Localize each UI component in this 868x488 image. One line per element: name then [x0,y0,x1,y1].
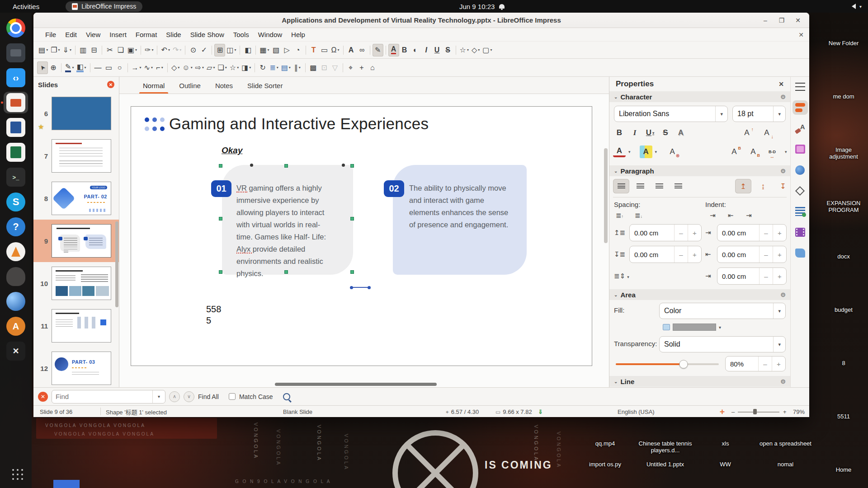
close-button[interactable]: ✕ [792,14,804,26]
card-text-2[interactable]: The ability to physically move and inter… [409,182,516,231]
align-right-button[interactable] [651,179,667,193]
text-shadow-button[interactable]: A [675,127,687,139]
zoom-slider-knob[interactable] [753,409,757,414]
toolbar-button-special-character[interactable]: Ω ▾ [330,44,341,56]
zoom-level[interactable]: 79% [793,408,805,415]
toolbar-button[interactable]: ▾ [456,46,456,55]
font-color-button[interactable]: A [613,146,626,157]
dock-item-libreoffice-calc[interactable] [4,141,28,163]
search-input[interactable] [52,390,152,403]
adjust-point[interactable] [342,164,345,167]
menu-item[interactable]: Window [254,29,287,40]
toolbar-button-rotate[interactable]: ↻ ▾ [257,61,268,74]
transparency-type-select[interactable]: Solid ▾ [659,336,786,352]
minimize-button[interactable]: – [760,14,771,26]
card-number-chip-1[interactable]: 01 [211,180,231,197]
indent-after-value[interactable]: 0.00 cm [717,251,759,258]
clock-menu[interactable]: Jun 9 10:23 [459,3,505,10]
desktop-icon[interactable]: import os.py [578,439,632,468]
slide-thumbnail[interactable]: 8 PART- 02 YOUR LOGO ★ [33,177,119,220]
toolbar-button[interactable]: ▾ [127,63,128,72]
valign-center-button[interactable]: ↨ [755,179,771,193]
section-area[interactable]: Area [620,291,635,299]
toolbar-button-align-objects[interactable]: ≣ ▾ [268,61,279,74]
plus-button[interactable]: + [773,268,786,284]
toolbar-button-display-grid[interactable]: ⊞ ▾ [214,44,225,56]
decrease-indent-icon[interactable]: ⇤ [728,211,734,220]
spacing-below-value[interactable]: 0.00 cm [630,251,674,258]
menu-item[interactable]: File [41,29,61,40]
toolbar-button-open[interactable]: ❐ ▾ [49,44,61,56]
dock-item-chrome[interactable] [4,17,28,39]
plus-button[interactable]: + [773,225,786,241]
toolbar-button-insert-image[interactable]: ▧ ▾ [271,44,282,56]
menu-item[interactable]: Edit [61,29,81,40]
view-tab[interactable]: Normal [137,78,171,94]
maximize-button[interactable]: ❐ [776,14,788,26]
menu-item[interactable]: Insert [105,29,131,40]
toolbar-button-flowchart[interactable]: ▱ ▾ [205,61,216,74]
toolbar-button-crop[interactable]: ⊡ ▾ [319,61,330,74]
fit-slide-icon[interactable]: ✛ [720,408,725,415]
toolbar-button-edit-points[interactable]: ⌖ ▾ [345,61,356,74]
decrease-spacing-icon[interactable]: ≣↓ [635,211,642,220]
toolbar-button-find-replace[interactable]: ⊙ ▾ [188,44,198,56]
increase-spacing-icon[interactable]: ≣↑ [616,211,623,220]
collapse-chevron-icon[interactable]: ⌄ [614,169,618,174]
slide-canvas[interactable]: Gaming and Interactive Experiences Okay … [119,94,609,387]
toolbar-button-toggle-extrusion[interactable]: ⌂ ▾ [367,61,378,74]
toolbar-button-fill-color[interactable]: ◧ ▾ [75,61,87,74]
toolbar-button-star-shapes[interactable]: ☆ ▾ [228,61,240,74]
minus-button[interactable]: – [759,268,773,284]
dock-item-skype[interactable]: S [4,191,28,213]
selected-line-shape[interactable] [352,287,369,288]
valign-top-button[interactable]: ↥ [735,179,751,193]
dock-item-files[interactable] [4,42,28,64]
underline-button[interactable]: U▾ [644,127,656,139]
toolbar-button[interactable]: ▾ [185,46,185,55]
desktop-icon[interactable]: WW [698,439,753,468]
find-and-replace-icon[interactable] [283,393,290,400]
indent-before-spinner[interactable]: 0.00 cm –+ [717,224,787,241]
sidebar-tab-tab-shapes[interactable] [793,183,808,198]
toolbar-button-select[interactable]: ➤ ▾ [37,61,48,74]
toolbar-button-cut[interactable]: ✂ ▾ [104,44,115,56]
toolbar-button-basic-shapes[interactable]: ◇ ▾ [170,61,181,74]
menu-item[interactable]: Slide Show [186,29,229,40]
toolbar-button-line-color[interactable]: ✎ ▾ [64,61,75,74]
chevron-down-icon[interactable]: ▾ [152,390,165,403]
view-tab[interactable]: Slide Sorter [241,78,289,94]
focused-app-menu[interactable]: LibreOffice Impress [66,1,142,12]
zoom-slider[interactable] [738,412,779,413]
toolbar-button-zoom[interactable]: ⊕ ▾ [48,61,59,74]
close-document-button[interactable]: ✕ [798,31,804,38]
view-tab[interactable]: Outline [173,78,207,94]
sidebar-tab-tab-navigator[interactable] [793,163,808,177]
toolbar-button-save[interactable]: ⇓ ▾ [61,44,73,56]
toolbar-button-3d-objects[interactable]: ◨ ▾ [240,61,252,74]
toolbar-button-insert-media[interactable]: ▷ ▾ [282,44,292,56]
highlight-color-button[interactable]: A [640,145,652,158]
language-status[interactable]: English (USA) [618,408,655,415]
toolbar-button[interactable]: ▾ [255,63,255,72]
indent-before-value[interactable]: 0.00 cm [717,229,759,237]
font-size-select[interactable]: 18 pt ▾ [732,106,786,122]
minus-button[interactable]: – [759,246,773,263]
desktop-icon[interactable]: Image adjustment [823,125,864,178]
desktop-icon[interactable]: 5511 [823,391,864,445]
toolbar-button[interactable]: ▾ [157,46,157,55]
transparency-slider[interactable] [616,363,719,365]
plus-button[interactable]: + [772,357,785,371]
toolbar-button-lines-and-arrows[interactable]: → ▾ [130,61,143,74]
toolbar-button-ellipse[interactable]: ○ ▾ [114,61,125,74]
minus-button[interactable]: – [674,246,688,263]
line-spacing-icon[interactable]: ≣⇕ ▾ [614,272,629,280]
slide-layout-status[interactable]: Blank Slide [283,408,312,415]
desktop-icon[interactable]: docx [823,231,864,285]
plus-button[interactable]: + [688,246,701,263]
selection-handle[interactable] [219,164,222,168]
toolbar-button[interactable]: ▾ [305,63,306,72]
slide-thumbnail[interactable]: 6 ★ [33,92,119,135]
slide-title-text[interactable]: Gaming and Interactive Experiences [169,115,429,133]
card-text-1[interactable]: VR gaming offers a highly immersive expe… [236,182,327,280]
